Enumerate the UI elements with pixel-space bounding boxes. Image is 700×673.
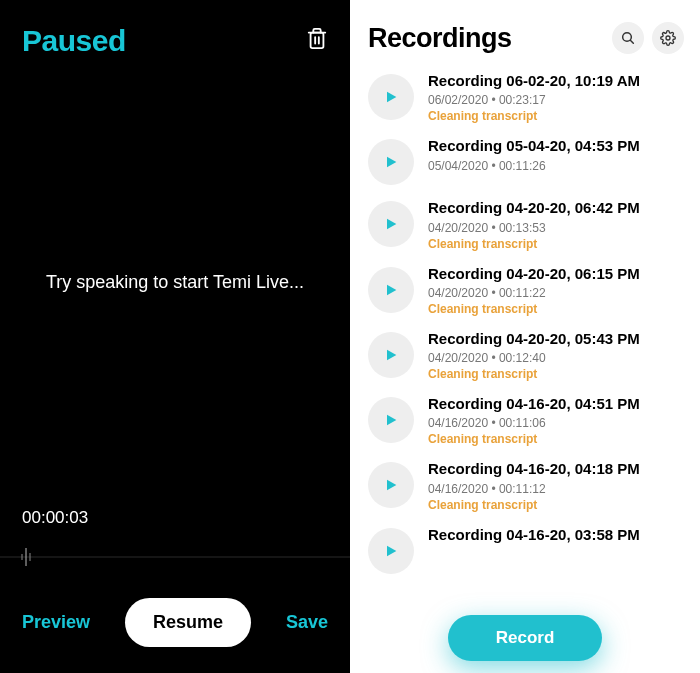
list-item[interactable]: Recording 04-16-20, 04:18 PM 04/16/2020 … [368,454,684,519]
save-button[interactable]: Save [286,612,328,633]
settings-button[interactable] [652,22,684,54]
search-icon [620,30,636,46]
search-button[interactable] [612,22,644,54]
left-header: Paused [0,0,350,58]
item-status: Cleaning transcript [428,498,684,512]
item-title: Recording 04-16-20, 04:18 PM [428,460,684,478]
list-item[interactable]: Recording 04-16-20, 04:51 PM 04/16/2020 … [368,389,684,454]
item-title: Recording 05-04-20, 04:53 PM [428,137,684,155]
recordings-list: Recording 06-02-20, 10:19 AM 06/02/2020 … [350,66,700,673]
item-title: Recording 04-20-20, 06:42 PM [428,199,684,217]
item-title: Recording 04-16-20, 03:58 PM [428,526,684,544]
play-button[interactable] [368,201,414,247]
item-meta: Recording 04-20-20, 06:42 PM 04/20/2020 … [428,199,684,250]
item-meta: Recording 05-04-20, 04:53 PM 05/04/2020 … [428,137,684,172]
list-item[interactable]: Recording 04-20-20, 05:43 PM 04/20/2020 … [368,324,684,389]
item-title: Recording 04-20-20, 06:15 PM [428,265,684,283]
item-sub: 04/20/2020 • 00:11:22 [428,286,684,300]
item-sub: 04/16/2020 • 00:11:12 [428,482,684,496]
header-icons [612,22,684,54]
play-icon [383,347,399,363]
recording-pane: Paused Try speaking to start Temi Live..… [0,0,350,673]
list-item[interactable]: Recording 04-20-20, 06:15 PM 04/20/2020 … [368,259,684,324]
item-title: Recording 04-20-20, 05:43 PM [428,330,684,348]
timer: 00:00:03 [0,508,350,528]
item-status: Cleaning transcript [428,109,684,123]
preview-button[interactable]: Preview [22,612,90,633]
item-meta: Recording 06-02-20, 10:19 AM 06/02/2020 … [428,72,684,123]
play-button[interactable] [368,74,414,120]
play-icon [383,154,399,170]
record-bar: Record [350,603,700,673]
resume-button[interactable]: Resume [125,598,251,647]
recordings-pane: Recordings Recording 06-02-20, 1 [350,0,700,673]
waveform [0,544,350,570]
item-status: Cleaning transcript [428,367,684,381]
svg-rect-0 [311,33,324,49]
item-title: Recording 04-16-20, 04:51 PM [428,395,684,413]
play-icon [383,412,399,428]
bottom-bar: Preview Resume Save [0,598,350,673]
prompt-text: Try speaking to start Temi Live... [46,271,304,294]
item-meta: Recording 04-16-20, 03:58 PM [428,526,684,544]
svg-point-7 [666,36,670,40]
gear-icon [660,30,676,46]
list-item[interactable]: Recording 05-04-20, 04:53 PM 05/04/2020 … [368,131,684,193]
delete-button[interactable] [306,26,328,56]
play-icon [383,282,399,298]
trash-icon [306,26,328,52]
item-status: Cleaning transcript [428,302,684,316]
status-label: Paused [22,24,126,58]
list-item[interactable]: Recording 06-02-20, 10:19 AM 06/02/2020 … [368,66,684,131]
record-button[interactable]: Record [448,615,603,661]
play-button[interactable] [368,139,414,185]
play-button[interactable] [368,267,414,313]
play-button[interactable] [368,332,414,378]
item-status: Cleaning transcript [428,432,684,446]
item-sub: 05/04/2020 • 00:11:26 [428,159,684,173]
svg-line-6 [630,40,633,43]
item-meta: Recording 04-20-20, 06:15 PM 04/20/2020 … [428,265,684,316]
right-header: Recordings [350,0,700,66]
item-meta: Recording 04-16-20, 04:51 PM 04/16/2020 … [428,395,684,446]
item-sub: 04/16/2020 • 00:11:06 [428,416,684,430]
list-item[interactable]: Recording 04-16-20, 03:58 PM [368,520,684,582]
play-icon [383,89,399,105]
play-icon [383,543,399,559]
item-sub: 06/02/2020 • 00:23:17 [428,93,684,107]
play-button[interactable] [368,462,414,508]
play-button[interactable] [368,528,414,574]
play-icon [383,216,399,232]
prompt-area: Try speaking to start Temi Live... [0,58,350,508]
item-status: Cleaning transcript [428,237,684,251]
item-sub: 04/20/2020 • 00:13:53 [428,221,684,235]
list-item[interactable]: Recording 04-20-20, 06:42 PM 04/20/2020 … [368,193,684,258]
item-meta: Recording 04-16-20, 04:18 PM 04/16/2020 … [428,460,684,511]
page-title: Recordings [368,23,512,54]
item-meta: Recording 04-20-20, 05:43 PM 04/20/2020 … [428,330,684,381]
play-button[interactable] [368,397,414,443]
item-sub: 04/20/2020 • 00:12:40 [428,351,684,365]
item-title: Recording 06-02-20, 10:19 AM [428,72,684,90]
play-icon [383,477,399,493]
